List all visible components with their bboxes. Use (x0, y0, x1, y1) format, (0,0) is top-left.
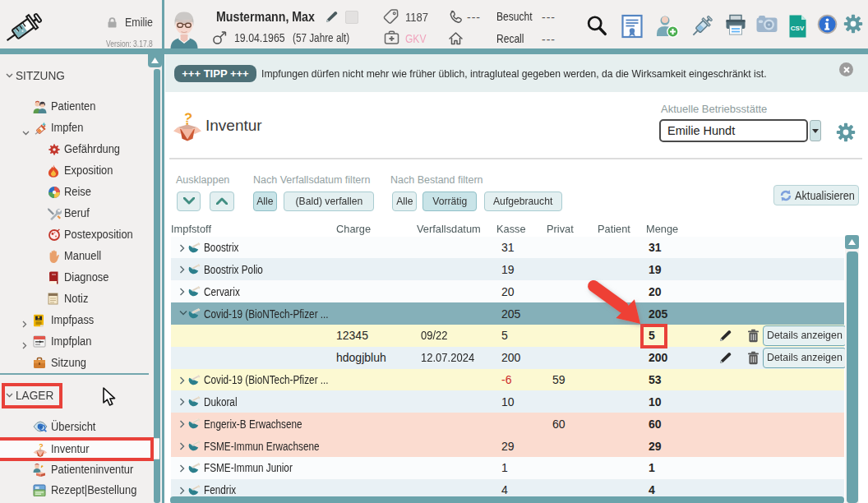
refresh-button[interactable]: Aktualisieren (773, 185, 859, 205)
vaccine-vial-icon (188, 285, 201, 301)
col-patient[interactable]: Patient (598, 223, 630, 235)
filter-verfall-bald[interactable]: (Bald) verfallen (284, 192, 374, 211)
col-privat[interactable]: Privat (547, 223, 574, 235)
expand-chevron-icon[interactable] (179, 420, 185, 428)
filter-button-label: Alle (256, 192, 273, 207)
table-row-vaccine[interactable]: Boostrix Polio1919 (171, 258, 844, 280)
expand-chevron-icon[interactable] (179, 288, 185, 296)
sidebar-item-rezept-bestellung[interactable]: Rezept|Bestellung (0, 480, 159, 501)
edit-pencil-icon[interactable] (718, 351, 732, 368)
printer-icon[interactable] (724, 14, 747, 40)
sidebar-item-exposition[interactable]: Exposition (0, 160, 159, 182)
filter-verfall-alle[interactable]: Alle (253, 192, 277, 211)
sidebar-item--bersicht[interactable]: Übersicht (0, 417, 159, 438)
certificate-icon[interactable] (621, 14, 644, 42)
expand-chevron-icon[interactable] (179, 464, 185, 473)
sidebar-item-sitzung[interactable]: Sitzung (0, 353, 159, 374)
table-row-vaccine[interactable]: Covid-19 (BioNTech-Pfizer ...205205 (171, 302, 844, 325)
main-content: +++ TIPP +++ Impfungen dürfen nicht mehr… (165, 54, 868, 503)
menge-value: 29 (649, 440, 662, 453)
trash-icon[interactable] (747, 329, 760, 346)
col-menge[interactable]: Menge (646, 223, 678, 235)
col-verfallsdatum[interactable]: Verfallsdatum (417, 223, 481, 235)
trash-icon[interactable] (747, 351, 760, 368)
edit-patient-icon[interactable] (325, 10, 339, 27)
expand-chevron-icon[interactable] (179, 398, 185, 406)
table-row-vaccine[interactable]: FSME-Immun Erwachsene2929 (171, 435, 844, 457)
filter-bestand-aufgebraucht[interactable]: Aufgebraucht (484, 192, 562, 211)
col-kasse[interactable]: Kasse (496, 223, 526, 235)
expand-chevron-icon[interactable] (179, 442, 185, 450)
expand-chevron-icon[interactable] (179, 265, 185, 274)
gear-icon[interactable] (843, 14, 863, 37)
col-charge[interactable]: Charge (336, 223, 371, 235)
sidebar-item-label: Patienteninventur (51, 463, 133, 476)
betriebsstaette-dropdown-button[interactable] (810, 120, 821, 141)
vaccine-name: Fendrix (204, 483, 236, 496)
table-row-charge[interactable]: hdogjbluh12.07.2024200200 Details anzeig… (171, 347, 844, 369)
sidebar-item-notiz[interactable]: Notiz (0, 288, 159, 310)
details-button[interactable]: Details anzeigen (763, 325, 847, 346)
patients-icon (33, 100, 46, 113)
sidebar-item-label: Exposition (64, 164, 113, 177)
settings-gear-icon[interactable] (836, 122, 856, 145)
table-scroll-up-button[interactable] (845, 235, 859, 249)
sidebar-item-label: Sitzung (51, 356, 86, 369)
kasse-value: 29 (501, 440, 515, 453)
filter-bestand-alle[interactable]: Alle (392, 192, 417, 211)
table-row-vaccine[interactable]: Cervarix2020 (171, 280, 844, 302)
vaccine-vial-icon (188, 242, 201, 257)
filter-button-label: (Bald) verfallen (295, 192, 362, 207)
menge-value: 1 (649, 461, 655, 474)
person-add-icon[interactable] (654, 14, 679, 42)
expand-chevron-icon[interactable] (179, 376, 185, 385)
menge-value: 4 (649, 483, 655, 496)
syringe-icon[interactable] (690, 14, 714, 42)
details-button[interactable]: Details anzeigen (763, 348, 847, 368)
table-row-vaccine[interactable]: Covid-19 (BioNTech-Pfizer ...-65953 (171, 369, 844, 391)
table-row-vaccine[interactable]: FSME-Immun Junior11 (171, 457, 844, 479)
sidebar-item-patienteninventur[interactable]: Patienteninventur (0, 459, 159, 481)
expand-chevron-icon[interactable] (179, 487, 185, 495)
refresh-icon (779, 189, 792, 202)
charge-value: hdogjbluh (336, 351, 386, 364)
camera-icon[interactable] (755, 14, 778, 37)
table-row-vaccine[interactable]: Boostrix3131 (171, 237, 844, 259)
svg-text:CSV: CSV (791, 25, 805, 32)
briefcase-icon (33, 357, 46, 370)
sidebar-item-manuell[interactable]: Manuell (0, 246, 159, 267)
edit-pencil-icon[interactable] (718, 329, 732, 346)
csv-icon[interactable]: CSV (788, 14, 807, 42)
tip-text: Impfungen dürfen nicht mehr wie früher ü… (261, 67, 767, 80)
table-row-charge[interactable]: 1234509/2255 Details anzeigen (171, 325, 844, 347)
collapse-all-button[interactable] (177, 192, 201, 211)
table-horizontal-scrollbar[interactable] (170, 496, 844, 503)
tip-close-icon[interactable] (839, 62, 853, 76)
betriebsstaette-input[interactable]: Emilie Hundt (659, 119, 808, 142)
expand-chevron-icon[interactable] (179, 310, 187, 316)
sidebar-item-gef-hrdung[interactable]: Gefährdung (0, 139, 159, 160)
sidebar-item-postexposition[interactable]: Postexposition (0, 224, 159, 246)
male-gender-icon (212, 31, 228, 48)
info-icon[interactable] (817, 14, 838, 38)
table-scrollbar[interactable] (847, 252, 858, 503)
search-icon[interactable] (585, 14, 607, 40)
table-row-vaccine[interactable]: Engerix-B Erwachsene6060 (171, 413, 844, 435)
sidebar-item-label: Impfen (51, 121, 83, 134)
chevron-down-icon (6, 73, 13, 78)
vaccine-name: Dukoral (204, 395, 238, 408)
sidebar-item-diagnose[interactable]: Diagnose (0, 267, 159, 288)
filter-bestand-vorraetig[interactable]: Vorrätig (422, 192, 477, 211)
sidebar-item-impfpass[interactable]: Impfpass (0, 310, 159, 331)
insurance-icon (384, 30, 399, 48)
expand-all-button[interactable] (210, 192, 234, 211)
sidebar-section-sitzung[interactable]: SITZUNG (0, 65, 156, 86)
sidebar-item-impfplan[interactable]: Impfplan (0, 331, 159, 353)
table-row-vaccine[interactable]: Dukoral1010 (171, 390, 844, 413)
expand-chevron-icon[interactable] (179, 244, 185, 252)
sidebar-item-beruf[interactable]: Beruf (0, 203, 159, 224)
sidebar-item-patienten[interactable]: Patienten (0, 96, 159, 118)
col-impfstoff[interactable]: Impfstoff (171, 223, 211, 235)
sidebar-item-reise[interactable]: Reise (0, 182, 159, 203)
sidebar-item-impfen[interactable]: Impfen (0, 118, 159, 139)
